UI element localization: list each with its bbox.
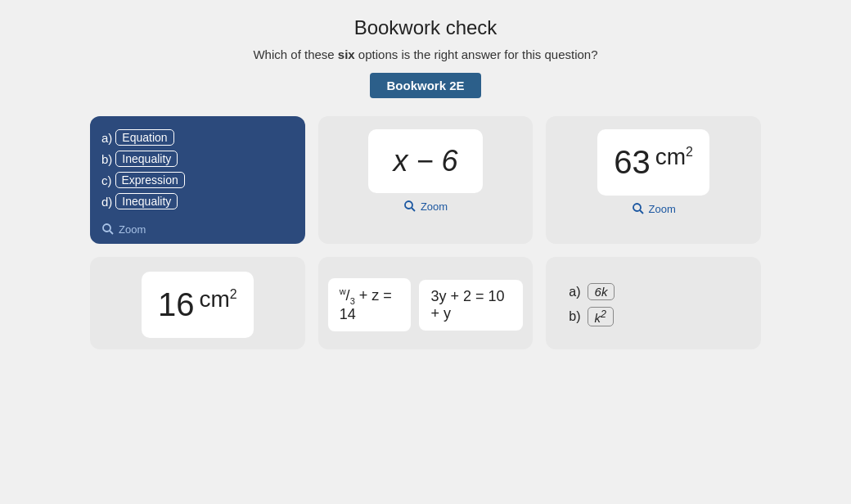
option-c: c) Expression <box>101 172 294 188</box>
answer-b: b) k2 <box>569 307 614 326</box>
zoom-label-3: Zoom <box>649 203 676 215</box>
answer-b-value: k2 <box>588 307 614 326</box>
svg-line-3 <box>412 208 415 211</box>
answer-a-value: 6k <box>588 283 615 300</box>
svg-point-4 <box>633 204 641 211</box>
zoom-label-1: Zoom <box>119 223 146 236</box>
equation-row: w/3 + z = 14 3y + 2 = 10 + y <box>328 278 524 331</box>
answer-list: a) 6k b) k2 <box>556 275 751 335</box>
equation-1: w/3 + z = 14 <box>328 278 412 331</box>
svg-line-1 <box>110 231 113 234</box>
area-value-2: 16 cm2 <box>142 272 254 338</box>
equations-card: w/3 + z = 14 3y + 2 = 10 + y <box>318 257 534 349</box>
page-title: Bookwork check <box>354 16 498 39</box>
area-value-1: 63 cm2 <box>597 129 709 196</box>
zoom-icon <box>101 223 115 236</box>
area-card-2: 16 cm2 <box>90 257 305 349</box>
bookwork-badge: Bookwork 2E <box>370 73 480 98</box>
option-d: d) Inequality <box>101 193 294 209</box>
zoom-button-1[interactable]: Zoom <box>101 223 294 236</box>
zoom-icon-3 <box>632 202 645 215</box>
math-expression: x − 6 <box>368 129 482 193</box>
svg-point-0 <box>103 224 110 232</box>
zoom-button-2[interactable]: Zoom <box>403 200 448 213</box>
answer-a: a) 6k <box>569 283 615 300</box>
option-b: b) Inequality <box>101 151 294 167</box>
equation-2: 3y + 2 = 10 + y <box>419 280 523 331</box>
zoom-button-3[interactable]: Zoom <box>632 202 676 215</box>
zoom-label-2: Zoom <box>421 200 448 213</box>
zoom-icon-2 <box>403 200 416 213</box>
svg-line-5 <box>640 210 643 214</box>
expression-card: x − 6 Zoom <box>318 116 534 244</box>
answers-card: a) 6k b) k2 <box>546 257 761 349</box>
svg-point-2 <box>405 201 412 209</box>
options-card: a) Equation b) Inequality c) Expression … <box>90 116 305 244</box>
option-a: a) Equation <box>101 129 294 146</box>
subtitle: Which of these six options is the right … <box>253 47 597 61</box>
area-card-1: 63 cm2 Zoom <box>546 116 761 244</box>
